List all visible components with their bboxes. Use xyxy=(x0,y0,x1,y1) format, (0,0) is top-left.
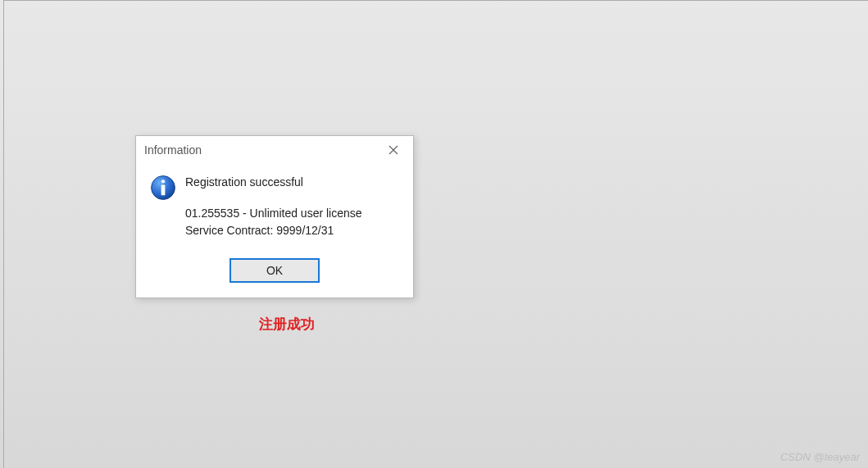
message-line-2: Service Contract: 9999/12/31 xyxy=(185,222,400,239)
information-dialog: Information xyxy=(135,135,414,298)
dialog-body: Registration successful 01.255535 - Unli… xyxy=(136,164,413,245)
dialog-title: Information xyxy=(144,143,202,157)
background-panel xyxy=(3,0,868,468)
svg-rect-4 xyxy=(161,185,166,196)
info-icon xyxy=(149,174,177,202)
icon-column xyxy=(149,174,185,239)
message-column: Registration successful 01.255535 - Unli… xyxy=(185,174,400,239)
message-line-1: 01.255535 - Unlimited user license xyxy=(185,205,400,221)
dialog-titlebar: Information xyxy=(136,136,413,164)
close-button[interactable] xyxy=(382,140,405,160)
caption-text: 注册成功 xyxy=(259,315,315,334)
button-row: OK xyxy=(136,245,413,298)
ok-button[interactable]: OK xyxy=(229,258,320,283)
close-icon xyxy=(389,145,398,155)
message-heading: Registration successful xyxy=(185,174,400,190)
watermark: CSDN @teayear xyxy=(780,451,860,463)
svg-point-3 xyxy=(161,179,165,183)
